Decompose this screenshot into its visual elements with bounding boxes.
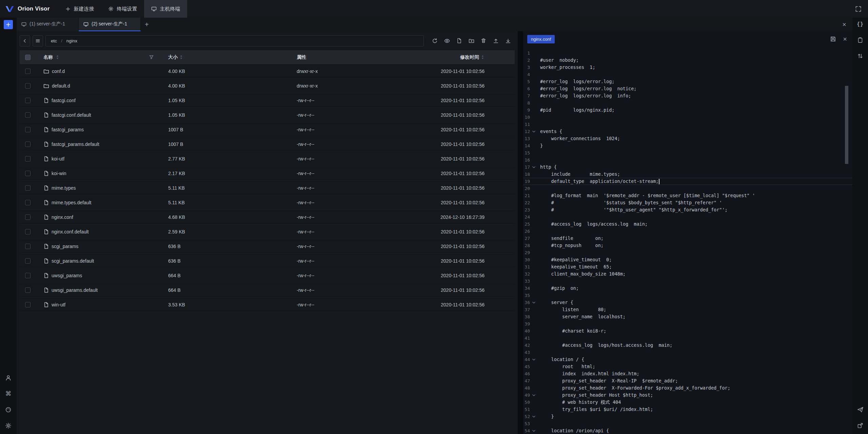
code-line[interactable]: 21 #log_format main '$remote_addr - $rem… (523, 192, 852, 199)
row-checkbox[interactable] (25, 287, 31, 293)
fold-toggle[interactable] (530, 357, 537, 362)
code-line[interactable]: 11 (523, 121, 852, 128)
shortcut-keys-button[interactable]: ⌘ (4, 389, 13, 398)
table-row[interactable]: mime.types.default 5.11 KB -rw-r--r-- 20… (20, 195, 515, 210)
row-checkbox[interactable] (25, 141, 31, 147)
terminal-tab[interactable]: (2) server-生产-1 (79, 18, 141, 31)
table-row[interactable]: fastcgi.conf.default 1.05 KB -rw-r--r-- … (20, 108, 515, 122)
table-row[interactable]: fastcgi_params.default 1007 B -rw-r--r--… (20, 137, 515, 152)
code-line[interactable]: 49 proxy_set_header Host $http_host; (523, 392, 852, 399)
table-row[interactable]: fastcgi.conf 1.05 KB -rw-r--r-- 2020-11-… (20, 93, 515, 108)
fold-toggle[interactable] (530, 429, 537, 433)
breadcrumb-segment[interactable]: etc (51, 38, 57, 43)
code-line[interactable]: 13 worker_connections 1024; (523, 135, 852, 142)
new-folder-button[interactable] (466, 35, 477, 46)
code-line[interactable]: 41 (523, 335, 852, 342)
table-row[interactable]: uwsgi_params.default 664 B -rw-r--r-- 20… (20, 283, 515, 298)
table-row[interactable]: default.d 4.00 KB drwxr-xr-x 2020-11-01 … (20, 79, 515, 93)
menu-new-connection[interactable]: 新建连接 (58, 0, 101, 18)
code-line[interactable]: 30 #keepalive_timeout 0; (523, 256, 852, 263)
table-row[interactable]: mime.types 5.11 KB -rw-r--r-- 2020-11-01… (20, 181, 515, 195)
code-line[interactable]: 22 # '$status $body_bytes_sent "$http_re… (523, 199, 852, 206)
code-line[interactable]: 43 (523, 349, 852, 356)
table-row[interactable]: win-utf 3.53 KB -rw-r--r-- 2020-11-01 10… (20, 298, 515, 312)
fold-toggle[interactable] (530, 300, 537, 305)
sort-icon[interactable] (481, 55, 485, 60)
code-line[interactable]: 8 (523, 99, 852, 107)
open-file-tag[interactable]: nginx.conf (527, 35, 555, 43)
new-tab-button[interactable] (4, 20, 13, 29)
code-line[interactable]: 3 worker_processes 1; (523, 64, 852, 71)
code-line[interactable]: 14 } (523, 142, 852, 149)
show-hidden-button[interactable] (441, 35, 453, 46)
delete-button[interactable] (478, 35, 489, 46)
code-line[interactable]: 15 (523, 149, 852, 156)
code-line[interactable]: 37 listen 80; (523, 306, 852, 313)
code-line[interactable]: 36 server { (523, 299, 852, 306)
add-tab-button[interactable]: + (141, 18, 153, 31)
code-line[interactable]: 42 #access_log logs/host.access.log main… (523, 342, 852, 349)
code-line[interactable]: 6 #error_log logs/error.log notice; (523, 85, 852, 92)
code-line[interactable]: 44 location / { (523, 356, 852, 363)
settings-button[interactable] (4, 421, 13, 430)
code-line[interactable]: 20 (523, 185, 852, 192)
new-file-button[interactable] (453, 35, 465, 46)
code-line[interactable]: 46 index index.html index.htm; (523, 370, 852, 377)
row-checkbox[interactable] (25, 200, 31, 205)
select-all-checkbox[interactable] (25, 55, 31, 60)
code-line[interactable]: 1 (523, 50, 852, 57)
row-checkbox[interactable] (25, 229, 31, 234)
menu-terminal-settings[interactable]: 终端设置 (101, 0, 144, 18)
refresh-button[interactable] (429, 35, 440, 46)
row-checkbox[interactable] (25, 112, 31, 118)
table-row[interactable]: koi-utf 2.77 KB -rw-r--r-- 2020-11-01 10… (20, 152, 515, 166)
capture-button[interactable] (856, 421, 865, 430)
app-brand[interactable]: Orion Visor (0, 0, 58, 18)
code-line[interactable]: 4 (523, 71, 852, 78)
code-line[interactable]: 33 (523, 278, 852, 285)
row-checkbox[interactable] (25, 171, 31, 176)
fold-toggle[interactable] (530, 414, 537, 419)
row-checkbox[interactable] (25, 214, 31, 220)
code-line[interactable]: 26 (523, 228, 852, 235)
fold-toggle[interactable] (530, 129, 537, 134)
code-line[interactable]: 29 (523, 249, 852, 256)
code-line[interactable]: 40 #charset koi8-r; (523, 327, 852, 335)
row-checkbox[interactable] (25, 244, 31, 249)
user-button[interactable] (4, 373, 13, 382)
code-line[interactable]: 53 (523, 420, 852, 427)
table-row[interactable]: scgi_params.default 636 B -rw-r--r-- 202… (20, 254, 515, 268)
table-row[interactable]: conf.d 4.00 KB drwxr-xr-x 2020-11-01 10:… (20, 64, 515, 79)
code-line[interactable]: 51 try_files $uri $uri/ /index.html; (523, 406, 852, 413)
scrollbar-thumb[interactable] (845, 86, 848, 164)
code-line[interactable]: 16 (523, 156, 852, 164)
code-line[interactable]: 50 # web history 模式 404 (523, 399, 852, 406)
code-line[interactable]: 5 #error_log logs/error.log; (523, 78, 852, 85)
column-mtime[interactable]: 修改时间 (460, 54, 479, 60)
code-line[interactable]: 45 root html; (523, 363, 852, 370)
download-button[interactable] (502, 35, 514, 46)
code-line[interactable]: 52 } (523, 413, 852, 420)
list-view-button[interactable] (33, 35, 43, 46)
code-line[interactable]: 47 proxy_set_header X-Real-IP $remote_ad… (523, 377, 852, 384)
send-command-button[interactable] (856, 405, 865, 414)
table-row[interactable]: fastcgi_params 1007 B -rw-r--r-- 2020-11… (20, 122, 515, 137)
row-checkbox[interactable] (25, 98, 31, 103)
row-checkbox[interactable] (25, 258, 31, 264)
transfer-list-button[interactable] (856, 52, 865, 60)
variables-button[interactable]: {} (856, 20, 865, 29)
code-line[interactable]: 39 (523, 320, 852, 327)
code-line[interactable]: 2 #user nobody; (523, 57, 852, 64)
code-line[interactable]: 7 #error_log logs/error.log info; (523, 92, 852, 99)
row-checkbox[interactable] (25, 156, 31, 162)
code-line[interactable]: 18 include mime.types; (523, 171, 852, 178)
code-line[interactable]: 54 location /orion/api { (523, 427, 852, 434)
menu-host-terminal[interactable]: 主机终端 (144, 0, 187, 18)
sort-icon[interactable] (56, 55, 59, 60)
code-line[interactable]: 24 (523, 213, 852, 221)
code-line[interactable]: 34 #gzip on; (523, 285, 852, 292)
code-line[interactable]: 12 events { (523, 128, 852, 135)
theme-button[interactable] (4, 405, 13, 414)
code-line[interactable]: 35 (523, 292, 852, 299)
code-line[interactable]: 19 default_type application/octet-stream… (523, 178, 852, 185)
